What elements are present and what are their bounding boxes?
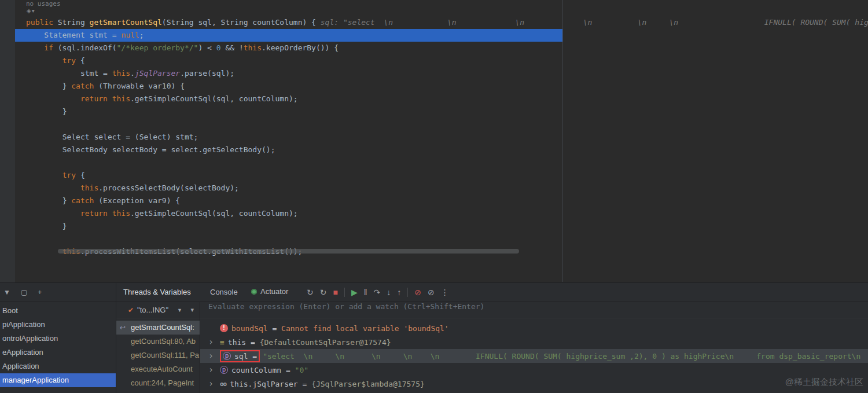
variable-name: this.jSqlParser (230, 380, 297, 388)
more-options-icon[interactable]: ⋮ (441, 288, 449, 297)
service-item[interactable]: managerApplication (0, 373, 116, 387)
code-line: SelectBody selectBody = select.getSelect… (0, 144, 868, 156)
stack-frame[interactable]: count:244, PageInt (116, 376, 200, 390)
variable-name: sql (234, 352, 248, 361)
code-vision-usages[interactable]: no usages (26, 0, 61, 8)
evaluate-expression-input[interactable]: Evaluate expression (Enter) or add a wat… (200, 302, 868, 318)
filter-icon[interactable]: ▼ (3, 288, 10, 296)
variable-name: this (228, 338, 246, 347)
code-line: try { (0, 169, 868, 182)
error-icon: ! (220, 324, 228, 332)
frame-label: getCountSql:111, Pa (131, 351, 199, 359)
expand-chevron-icon[interactable]: › (208, 351, 220, 361)
code-line: public String getSmartCountSql(String sq… (0, 16, 868, 29)
thread-selector[interactable]: ✔ "to...ING" ▼ ▾ (116, 302, 200, 318)
debug-toolbar: Threads & Variables Console Actuator ↻↻■… (116, 283, 868, 302)
stack-frame[interactable]: ↩getSmartCountSql: (116, 321, 200, 335)
stack-frame[interactable]: getCountSql:80, Ab (116, 335, 200, 348)
code-line: stmt = this.jSqlParser.parse(sql); (0, 67, 868, 80)
horizontal-scrollbar[interactable] (58, 249, 519, 254)
resume-icon[interactable]: ▶ (351, 288, 358, 297)
variable-value: Cannot find local variable 'boundSql' (281, 324, 449, 333)
code-line: return this.getSimpleCountSql(sql, count… (0, 93, 868, 105)
frame-label: getCountSql:80, Ab (131, 337, 196, 346)
variable-row[interactable]: !boundSql = Cannot find local variable '… (200, 321, 868, 335)
variable-value: "select \n \n \n \n \n IFNULL( ROUND( SU… (263, 352, 868, 361)
variable-row[interactable]: ›≡this = {DefaultCountSqlParser@17574} (200, 335, 868, 349)
stack-frame[interactable]: executeAutoCount (116, 362, 200, 376)
this-icon: ≡ (220, 338, 225, 347)
expand-chevron-icon[interactable]: › (208, 337, 220, 347)
actuator-icon (251, 289, 257, 295)
code-line: Statement stmt = null; (0, 29, 868, 42)
service-item[interactable]: ontrolApplication (0, 332, 116, 346)
watermark: @稀土掘金技术社区 (785, 377, 863, 388)
debug-tool-window: ▼▢+ BootpiApplicationontrolApplicationeA… (0, 282, 868, 393)
toolbar-separator (407, 288, 408, 297)
rerun-icon[interactable]: ↻ (307, 288, 314, 297)
expand-chevron-icon[interactable]: › (208, 379, 220, 389)
code-line (0, 118, 868, 131)
variable-row[interactable]: ›psql ="select \n \n \n \n \n IFNULL( RO… (200, 349, 868, 363)
toolbar-icons: ↻↻■▶‖↷↓↑⊘⊘⋮ (307, 283, 449, 302)
evaluate-placeholder: Evaluate expression (Enter) or add a wat… (208, 302, 484, 311)
variable-row[interactable]: ›oothis.jSqlParser = {JSqlParser$lambda@… (200, 377, 868, 391)
code-line: } catch (Throwable var10) { (0, 80, 868, 93)
services-toolbar: ▼▢+ (3, 285, 42, 300)
annotation-red-box: psql = (220, 350, 260, 362)
thread-dropdown-chevron-icon[interactable]: ▾ (190, 306, 194, 314)
new-window-icon[interactable]: ▢ (21, 288, 27, 296)
parameter-icon: p (220, 366, 228, 374)
frame-label: getSmartCountSql: (131, 323, 194, 332)
code-line: this.processSelectBody(selectBody); (0, 182, 868, 194)
frames-panel: ✔ "to...ING" ▼ ▾ ↩getSmartCountSql:getCo… (116, 302, 200, 393)
actuator-label: Actuator (260, 287, 288, 296)
tab-console[interactable]: Console (210, 288, 238, 296)
thread-label: "to...ING" (137, 306, 168, 314)
code-line: Select select = (Select) stmt; (0, 131, 868, 144)
service-item[interactable]: Boot (0, 304, 116, 318)
service-item[interactable]: piApplication (0, 318, 116, 332)
code-lines: public String getSmartCountSql(String sq… (0, 16, 868, 258)
variable-name: boundSql (231, 324, 268, 333)
frame-label: count:244, PageInt (131, 379, 194, 387)
variable-value: {DefaultCountSqlParser@17574} (260, 338, 391, 347)
right-margin-guide (562, 0, 563, 282)
tab-threads-variables[interactable]: Threads & Variables (123, 288, 191, 296)
variable-row[interactable]: ›pcountColumn = "0" (200, 363, 868, 377)
expand-chevron-icon[interactable]: › (208, 365, 220, 375)
service-item[interactable]: eApplication (0, 346, 116, 359)
code-line: } catch (Exception var9) { (0, 194, 868, 207)
current-frame-icon: ↩ (120, 321, 126, 335)
services-list: BootpiApplicationontrolApplicationeAppli… (0, 304, 116, 387)
code-line: if (sql.indexOf("/*keep orderby*/") < 0 … (0, 42, 868, 54)
watch-icon: oo (220, 380, 226, 388)
step-over-icon[interactable]: ↷ (374, 288, 381, 297)
stack-frame[interactable]: getCountSql:111, Pa (116, 348, 200, 362)
code-line (0, 233, 868, 245)
stop-icon[interactable]: ■ (333, 288, 337, 297)
toolbar-separator (344, 288, 345, 297)
variables-main: Evaluate expression (Enter) or add a wat… (200, 302, 868, 393)
rerun-debug-icon[interactable]: ↻ (320, 288, 327, 297)
add-service-icon[interactable]: + (38, 288, 42, 296)
step-into-icon[interactable]: ↓ (387, 288, 391, 297)
code-line: } (0, 220, 868, 233)
disable-renderers-icon[interactable]: ⊘ (428, 288, 435, 297)
step-out-icon[interactable]: ↑ (397, 288, 401, 297)
code-editor: no usages ◈▾ public String getSmartCount… (0, 0, 868, 282)
service-item[interactable]: Application (0, 359, 116, 373)
thread-status-icon: ✔ (128, 306, 134, 314)
parameter-icon: p (223, 352, 231, 360)
frames-filter-icon[interactable]: ▼ (177, 307, 182, 313)
method-gutter-icon[interactable]: ◈▾ (27, 8, 35, 14)
code-line: try { (0, 54, 868, 67)
variable-name: countColumn (231, 366, 281, 374)
variable-value: "0" (295, 366, 308, 374)
mute-breakpoints-icon[interactable]: ⊘ (414, 288, 421, 297)
code-line: return this.getSimpleCountSql(sql, count… (0, 207, 868, 220)
tab-actuator[interactable]: Actuator (251, 287, 288, 296)
code-line: } (0, 105, 868, 118)
variables-list: !boundSql = Cannot find local variable '… (200, 321, 868, 391)
pause-icon[interactable]: ‖ (364, 288, 367, 297)
